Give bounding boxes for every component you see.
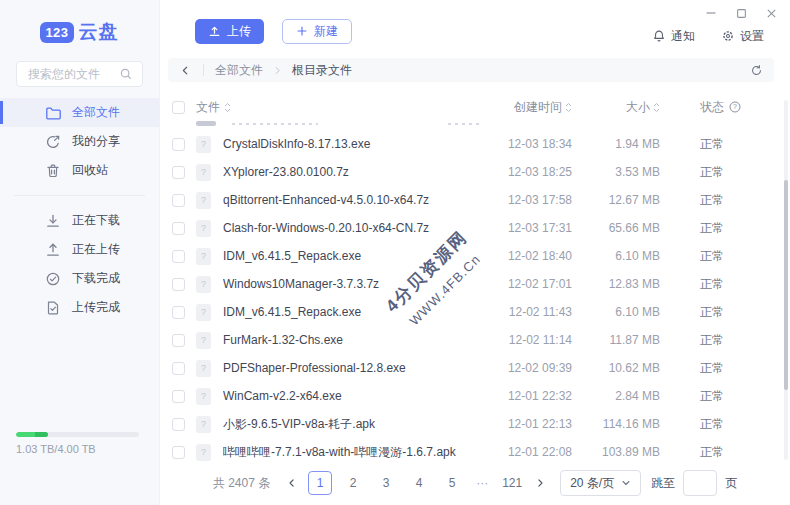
page-button-5[interactable]: 5 [440, 471, 464, 495]
scrollbar-thumb[interactable] [784, 180, 788, 390]
file-status: 正常 [700, 388, 760, 405]
chevron-down-icon [621, 478, 631, 488]
column-header-size[interactable]: 大小 [626, 99, 650, 116]
file-name[interactable]: IDM_v6.41.5_Repack.exe [223, 249, 457, 263]
sidebar-item-download-done[interactable]: 下载完成 [0, 264, 159, 293]
file-name[interactable]: WinCam-v2.2-x64.exe [223, 389, 457, 403]
page-size-select[interactable]: 20 条/页 [560, 470, 641, 496]
notifications-button[interactable]: 通知 [652, 28, 695, 45]
file-name[interactable]: CrystalDiskInfo-8.17.13.exe [223, 137, 457, 151]
question-circle-icon[interactable]: ? [729, 101, 741, 113]
sort-icon[interactable] [224, 102, 231, 113]
row-checkbox[interactable] [172, 278, 185, 291]
sidebar-item-recycle-bin[interactable]: 回收站 [0, 156, 159, 185]
upload-button[interactable]: 上传 [195, 19, 264, 44]
file-name[interactable]: IDM_v6.41.5_Repack.exe [223, 305, 457, 319]
sidebar-item-downloading[interactable]: 正在下载 [0, 206, 159, 235]
select-all-checkbox[interactable] [172, 101, 185, 114]
scrollbar[interactable] [784, 100, 788, 460]
row-checkbox[interactable] [172, 418, 185, 431]
page-button-121[interactable]: 121 [500, 471, 524, 495]
file-row[interactable]: ? 小影-9.6.5-VIP-v8a-耗子.apk 12-01 22:13 11… [160, 410, 790, 438]
back-button[interactable] [179, 64, 192, 77]
file-row[interactable]: ? FurMark-1.32-Chs.exe 12-02 11:14 11.87… [160, 326, 790, 354]
sidebar-item-label: 正在下载 [72, 212, 120, 229]
file-created: 12-01 22:08 [457, 445, 572, 459]
row-checkbox[interactable] [172, 138, 185, 151]
search-box[interactable] [16, 61, 143, 87]
row-checkbox[interactable] [172, 306, 185, 319]
window-controls [704, 6, 778, 20]
sort-icon[interactable] [653, 102, 660, 113]
page-button-4[interactable]: 4 [407, 471, 431, 495]
file-name[interactable]: 哔哩哔哩-7.7.1-v8a-with-哔哩漫游-1.6.7.apk [223, 444, 457, 461]
file-name[interactable]: 小影-9.6.5-VIP-v8a-耗子.apk [223, 416, 457, 433]
sidebar-divider [14, 195, 145, 196]
file-name[interactable]: Clash-for-Windows-0.20.10-x64-CN.7z [223, 221, 457, 235]
row-checkbox[interactable] [172, 166, 185, 179]
row-checkbox[interactable] [172, 390, 185, 403]
file-row[interactable]: ? 哔哩哔哩-7.7.1-v8a-with-哔哩漫游-1.6.7.apk 12-… [160, 438, 790, 461]
file-name[interactable]: Windows10Manager-3.7.3.7z [223, 277, 457, 291]
create-button[interactable]: 新建 [282, 19, 352, 44]
storage-bar [16, 432, 139, 437]
row-checkbox[interactable] [172, 362, 185, 375]
minimize-button[interactable] [704, 6, 718, 20]
file-name[interactable]: PDFShaper-Professional-12.8.exe [223, 361, 457, 375]
next-page-button[interactable] [530, 477, 550, 489]
search-icon[interactable] [119, 67, 133, 81]
sidebar-item-uploading[interactable]: 正在上传 [0, 235, 159, 264]
file-row[interactable]: ? PDFShaper-Professional-12.8.exe 12-02 … [160, 354, 790, 382]
file-type-icon: ? [196, 360, 211, 377]
column-header-created[interactable]: 创建时间 [514, 99, 562, 116]
row-checkbox[interactable] [172, 194, 185, 207]
file-row[interactable]: ? qBittorrent-Enhanced-v4.5.0.10-x64.7z … [160, 186, 790, 214]
file-name[interactable]: FurMark-1.32-Chs.exe [223, 333, 457, 347]
file-row[interactable]: ? IDM_v6.41.5_Repack.exe 12-02 11:43 6.1… [160, 298, 790, 326]
row-checkbox[interactable] [172, 334, 185, 347]
file-row[interactable]: ? XYplorer-23.80.0100.7z 12-03 18:25 3.5… [160, 158, 790, 186]
file-row[interactable]: ? CrystalDiskInfo-8.17.13.exe 12-03 18:3… [160, 130, 790, 158]
row-checkbox[interactable] [172, 250, 185, 263]
page-button-1[interactable]: 1 [308, 471, 332, 495]
search-input[interactable] [26, 66, 119, 82]
row-checkbox[interactable] [172, 446, 185, 459]
prev-page-button[interactable] [282, 477, 302, 489]
file-type-icon: ? [196, 248, 211, 265]
file-row[interactable]: ? WinCam-v2.2-x64.exe 12-01 22:32 2.84 M… [160, 382, 790, 410]
sidebar-item-upload-done[interactable]: 上传完成 [0, 293, 159, 322]
column-header-file[interactable]: 文件 [196, 99, 220, 116]
refresh-button[interactable] [750, 64, 763, 77]
jump-page-input[interactable] [683, 470, 717, 496]
upload-icon [208, 25, 221, 38]
row-checkbox[interactable] [172, 222, 185, 235]
file-created: 12-01 22:13 [457, 417, 572, 431]
file-row[interactable]: ? Windows10Manager-3.7.3.7z 12-02 17:01 … [160, 270, 790, 298]
file-status: 正常 [700, 304, 760, 321]
file-created: 12-02 17:01 [457, 277, 572, 291]
close-button[interactable] [764, 6, 778, 20]
file-size: 3.53 MB [572, 165, 660, 179]
file-size: 1.94 MB [572, 137, 660, 151]
page-button-2[interactable]: 2 [341, 471, 365, 495]
file-created: 12-03 18:34 [457, 137, 572, 151]
main-panel: 上传 新建 通知 设置 [160, 0, 790, 505]
storage-usage-text: 1.03 TB/4.00 TB [16, 443, 139, 455]
file-name[interactable]: XYplorer-23.80.0100.7z [223, 165, 457, 179]
column-header-status: 状态 [700, 99, 724, 116]
storage-indicator: 1.03 TB/4.00 TB [16, 432, 139, 455]
sort-icon[interactable] [565, 102, 572, 113]
breadcrumb-item-root[interactable]: 全部文件 [215, 62, 263, 79]
page-button-3[interactable]: 3 [374, 471, 398, 495]
breadcrumb: 全部文件 根目录文件 [168, 58, 774, 82]
sidebar-nav: 全部文件 我的分享 回收站 正在下载 正在上传 下载完成 上传完成 [0, 98, 159, 322]
sidebar-item-all-files[interactable]: 全部文件 [0, 98, 159, 127]
maximize-button[interactable] [734, 6, 748, 20]
file-row[interactable]: ? Clash-for-Windows-0.20.10-x64-CN.7z 12… [160, 214, 790, 242]
file-name[interactable]: qBittorrent-Enhanced-v4.5.0.10-x64.7z [223, 193, 457, 207]
sidebar-item-my-shares[interactable]: 我的分享 [0, 127, 159, 156]
file-created: 12-01 22:32 [457, 389, 572, 403]
settings-button[interactable]: 设置 [721, 28, 764, 45]
page-size-value: 20 条/页 [570, 475, 614, 492]
file-row[interactable]: ? IDM_v6.41.5_Repack.exe 12-02 18:40 6.1… [160, 242, 790, 270]
